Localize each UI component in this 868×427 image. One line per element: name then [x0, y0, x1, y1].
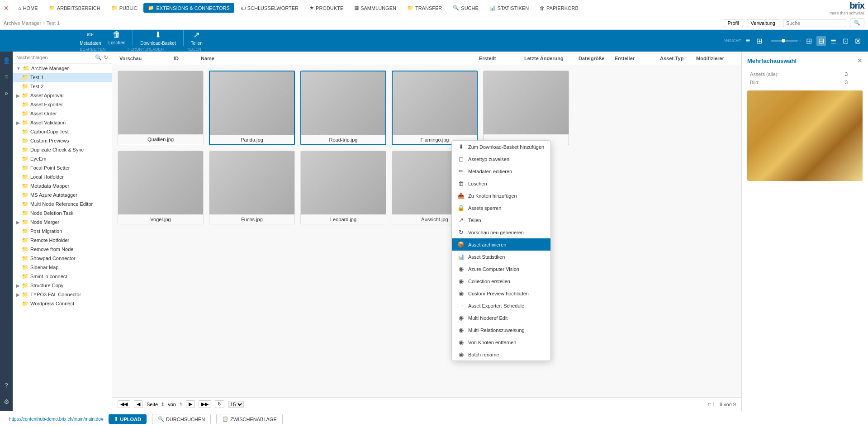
nav-papierkorb[interactable]: 🗑 PAPIERKORB	[535, 4, 583, 13]
menu-icon[interactable]: ≡	[3, 71, 10, 82]
ctx-asset-statistics[interactable]: 📊 Asset Statistiken	[452, 251, 550, 263]
user-icon[interactable]: 👤	[1, 55, 12, 66]
zoom-plus-icon[interactable]: +	[799, 38, 802, 43]
sidebar-refresh-icon[interactable]: ↻	[104, 54, 108, 61]
clipboard-button[interactable]: 📋 ZWISCHENABLAGE	[216, 414, 283, 424]
nav-sammlungen[interactable]: ▦ SAMMLUNGEN	[350, 3, 401, 13]
sidebar-item-asset-approval[interactable]: ▶ 📁 Asset Approval	[13, 91, 112, 100]
toolbar-download-basket[interactable]: ⬇ Download-Basket	[140, 30, 175, 46]
profile-button[interactable]: Profil	[724, 19, 743, 27]
nav-public[interactable]: 📁 PUBLIC	[107, 3, 142, 13]
main-search-input[interactable]	[783, 19, 846, 27]
ctx-multi-noderef[interactable]: ◉ Multi Noderef Edit	[452, 312, 550, 324]
nav-suche[interactable]: 🔍 SUCHE	[448, 3, 483, 13]
view-grid-small-icon[interactable]: ⊞	[804, 36, 814, 46]
ctx-create-collection[interactable]: ◉ Collection erstellen	[452, 275, 550, 287]
grid-item-roadtrip[interactable]: Road-trip.jpg	[300, 71, 386, 145]
sidebar-item-ms-azure[interactable]: ▶ 📁 MS Azure Autotagger	[13, 190, 112, 199]
sidebar-item-duplicate-check[interactable]: ▶ 📁 Duplicate Check & Sync	[13, 145, 112, 154]
ctx-lock-assets[interactable]: 🔒 Assets sperren	[452, 202, 550, 214]
sidebar-item-remove-from-node[interactable]: ▶ 📁 Remove from Node	[13, 245, 112, 254]
nav-extensions[interactable]: 📁 EXTENSIONS & CONNECTORS	[143, 3, 234, 13]
toolbar-loschen[interactable]: 🗑 Löschen	[108, 30, 125, 46]
page-first-button[interactable]: ◀◀	[118, 400, 130, 408]
sidebar-item-showpad[interactable]: ▶ 📁 Showpad Connector	[13, 254, 112, 263]
close-app-icon[interactable]: ✕	[4, 5, 9, 12]
page-next-button[interactable]: ▶	[186, 400, 195, 408]
ctx-edit-metadata[interactable]: ✏ Metadaten editieren	[452, 165, 550, 177]
sidebar-search-icon[interactable]: 🔍	[95, 54, 102, 61]
nav-arbeitsbereich[interactable]: 📁 ARBEITSBEREICH	[44, 3, 105, 13]
view-grid-large-icon[interactable]: ⊟	[816, 36, 826, 46]
search-submit-button[interactable]: 🔍	[850, 19, 864, 27]
sidebar-item-asset-order[interactable]: ▶ 📁 Asset Order	[13, 109, 112, 118]
sidebar-item-metadata-mapper[interactable]: ▶ 📁 Metadata Mapper	[13, 181, 112, 190]
col-size[interactable]: Dateigröße	[575, 56, 611, 61]
col-modifier[interactable]: Modifizierer	[693, 56, 738, 61]
ctx-regenerate-preview[interactable]: ↻ Vorschau neu generieren	[452, 226, 550, 238]
zoom-slider[interactable]	[771, 40, 798, 42]
grid-item-jellyfish[interactable]: Quallien.jpg	[118, 71, 204, 145]
nav-produkte[interactable]: ★ PRODUKTE	[305, 3, 348, 13]
ctx-azure-cv[interactable]: ◉ Azure Computer Vision	[452, 263, 550, 275]
page-last-button[interactable]: ▶▶	[199, 400, 211, 408]
ctx-archive-asset[interactable]: 📦 Asset archivieren	[452, 238, 550, 251]
grid-item-fox[interactable]: Fuchs.jpg	[209, 151, 295, 224]
view-split-icon[interactable]: ⊠	[853, 36, 863, 46]
sidebar-item-structure-copy[interactable]: ▶ 📁 Structure Copy	[13, 281, 112, 290]
col-modified[interactable]: Letzte Änderung	[521, 56, 575, 61]
view-list-icon[interactable]: ≡	[744, 36, 752, 46]
grid-item-leopard[interactable]: Leopard.jpg	[300, 151, 386, 224]
ctx-add-to-node[interactable]: 📤 Zu Knoten hinzufügen	[452, 190, 550, 202]
sidebar-item-remote-hotfolder[interactable]: ▶ 📁 Remote Hotfolder	[13, 236, 112, 245]
sidebar-item-test2[interactable]: 📁 Test 2	[13, 82, 112, 91]
view-panel-icon[interactable]: ⊡	[841, 36, 850, 46]
right-panel-close-button[interactable]: ✕	[857, 57, 863, 64]
browse-button[interactable]: 🔍 DURCHSUCHEN	[152, 414, 211, 424]
grid-item-flamingo[interactable]: Flamingo.jpg	[392, 71, 478, 145]
admin-button[interactable]: Verwaltung	[747, 19, 779, 27]
sidebar-item-sidebar-map[interactable]: ▶ 📁 Sidebar Map	[13, 263, 112, 272]
sidebar-item-post-migration[interactable]: ▶ 📁 Post Migration	[13, 227, 112, 236]
sidebar-search-input[interactable]	[16, 55, 93, 60]
sidebar-item-archive-manager[interactable]: ▼ 📁 Archive Manager	[13, 64, 112, 73]
sidebar-item-asset-validation[interactable]: ▶ 📁 Asset Validation	[13, 118, 112, 127]
upload-button[interactable]: ⬆ UPLOAD	[109, 414, 146, 424]
sidebar-item-multi-node[interactable]: ▶ 📁 Multi Node Reference Editor	[13, 199, 112, 209]
sidebar-item-wordpress[interactable]: ▶ 📁 Wordpress Connect	[13, 299, 112, 308]
help-icon[interactable]: ?	[3, 380, 10, 391]
sidebar-item-focal-point[interactable]: ▶ 📁 Focal Point Setter	[13, 163, 112, 172]
settings-icon[interactable]: ⚙	[2, 396, 11, 407]
sidebar-item-eyeem[interactable]: ▶ 📁 EyeEm	[13, 154, 112, 163]
zoom-minus-icon[interactable]: −	[767, 38, 769, 43]
page-refresh-button[interactable]: ↻	[215, 400, 224, 408]
nav-statistiken[interactable]: 📊 STATISTIKEN	[485, 3, 533, 13]
sidebar-item-node-merger[interactable]: ▶ 📁 Node Merger	[13, 218, 112, 227]
sidebar-item-test1[interactable]: 📁 Test 1	[13, 73, 112, 82]
col-type[interactable]: Asset-Typ	[656, 56, 693, 61]
ctx-remove-from-node[interactable]: ◉ Von Knoten entfernen	[452, 336, 550, 348]
sidebar-item-node-deletion[interactable]: ▶ 📁 Node Deletion Task	[13, 209, 112, 218]
grid-item-panda[interactable]: Panda.jpg	[209, 71, 295, 145]
nav-transfer[interactable]: 📁 TRANSFER	[403, 3, 446, 13]
col-creator[interactable]: Ersteller	[611, 56, 656, 61]
breadcrumb-root[interactable]: Archive Manager	[4, 20, 41, 26]
sidebar-item-smint[interactable]: ▶ 📁 Smint.io connect	[13, 272, 112, 281]
arrow-icon[interactable]: »	[3, 88, 10, 99]
sidebar-item-asset-exporter[interactable]: ▶ 📁 Asset Exporter	[13, 100, 112, 109]
grid-item-bird[interactable]: Vogel.jpg	[118, 151, 204, 224]
col-id[interactable]: ID	[170, 56, 197, 61]
sidebar-item-local-hotfolder[interactable]: ▶ 📁 Local Hotfolder	[13, 172, 112, 181]
grid-item-giraffe-placeholder[interactable]	[483, 71, 569, 145]
nav-schlusselworter[interactable]: 🏷 SCHLÜSSELWÖRTER	[236, 4, 303, 13]
view-details-icon[interactable]: ⊞	[754, 36, 764, 46]
ctx-share[interactable]: ↗ Teilen	[452, 214, 550, 226]
ctx-assign-type[interactable]: ◻ Assettyp zuweisen	[452, 153, 550, 165]
ctx-batch-rename[interactable]: ◉ Batch rename	[452, 348, 550, 361]
toolbar-teilen[interactable]: ↗ Teilen	[191, 30, 203, 46]
per-page-select[interactable]: 15 25 50	[228, 401, 244, 408]
nav-home[interactable]: ⌂ HOME	[14, 4, 43, 13]
col-created[interactable]: Erstellt	[475, 56, 521, 61]
sidebar-item-custom-previews[interactable]: ▶ 📁 Custom Previews	[13, 136, 112, 145]
ctx-delete[interactable]: 🗑 Löschen	[452, 177, 550, 190]
